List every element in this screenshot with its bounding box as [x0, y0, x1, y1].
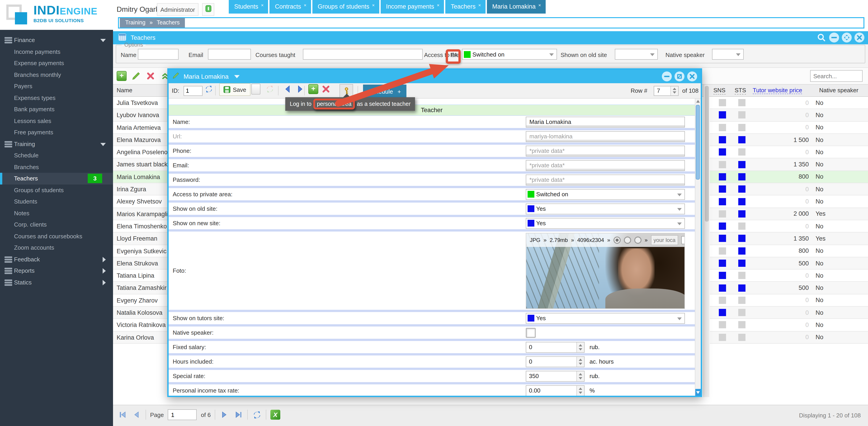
table-row-name[interactable]: Elena Mazurova: [113, 134, 168, 146]
dropdown-select[interactable]: Yes: [526, 313, 685, 324]
table-row-name[interactable]: Marios Karampagli: [113, 208, 168, 220]
table-row-name[interactable]: Tatiana Zamashkir: [113, 282, 168, 295]
row-number-stepper[interactable]: 7: [654, 86, 679, 96]
filter-email-input[interactable]: [208, 49, 251, 60]
schedule-add-icon[interactable]: +: [397, 88, 401, 95]
filter-oldsite-select[interactable]: [615, 49, 658, 60]
add-record-button[interactable]: +: [308, 83, 319, 95]
sidebar-item-branches[interactable]: Branches: [0, 161, 113, 173]
stepper-arrows[interactable]: [671, 86, 678, 95]
sidebar-item-groups-of-students[interactable]: Groups of students: [0, 184, 113, 196]
sidebar-item-payers[interactable]: Payers: [0, 81, 113, 92]
new-record-button[interactable]: [250, 83, 261, 95]
table-row-name[interactable]: Karina Orlova: [113, 331, 168, 344]
collapse-panel-icon[interactable]: [829, 33, 839, 42]
table-row-name[interactable]: Julia Tsvetkova: [113, 97, 168, 109]
scroll-up-arrow[interactable]: [696, 100, 700, 103]
text-input[interactable]: *private data*: [526, 174, 685, 185]
photo-checkbox[interactable]: [681, 236, 685, 244]
tab-contracts[interactable]: Contracts×: [270, 0, 311, 13]
column-header-sts[interactable]: STS: [735, 87, 746, 94]
logout-button[interactable]: [202, 3, 214, 16]
table-row-name[interactable]: Natalia Kolosova: [113, 307, 168, 319]
stepper-arrows[interactable]: [577, 342, 584, 352]
filter-native-select[interactable]: [712, 49, 744, 60]
column-header-sns[interactable]: SNS: [713, 87, 725, 94]
table-row[interactable]: 1 350Yes: [710, 233, 868, 245]
column-header-tutor-price[interactable]: Tutor website price: [753, 87, 802, 94]
close-panel-icon[interactable]: [855, 33, 864, 42]
tab-maria-lomakina[interactable]: Maria Lomakina×: [487, 0, 546, 13]
table-row-name[interactable]: Lloyd Freeman: [113, 233, 168, 245]
photo-radio-selected[interactable]: [614, 236, 621, 244]
table-row[interactable]: 2 000Yes: [710, 208, 868, 220]
table-row[interactable]: 500No: [710, 257, 868, 270]
column-header-name[interactable]: Name: [117, 87, 132, 94]
scroll-down-arrow[interactable]: [695, 389, 701, 396]
sidebar-item-courses-and-coursebooks[interactable]: Courses and coursebooks: [0, 231, 113, 242]
close-modal-icon[interactable]: [687, 71, 697, 82]
add-row-button[interactable]: +: [117, 71, 127, 81]
down-arrow-icon[interactable]: [579, 391, 582, 394]
number-stepper[interactable]: 0: [526, 342, 585, 353]
filter-access-select[interactable]: Switched on: [462, 49, 557, 60]
sidebar-item-notes[interactable]: Notes: [0, 207, 113, 219]
photo-file-input[interactable]: [651, 235, 678, 245]
last-page-button[interactable]: [233, 409, 243, 420]
table-row-name[interactable]: Elena Strukova: [113, 257, 168, 270]
checkbox[interactable]: [526, 328, 536, 338]
table-row-name[interactable]: Maria Lomakina: [113, 171, 168, 183]
column-header-native-speaker[interactable]: Native speaker: [819, 87, 858, 94]
table-row[interactable]: 800No: [710, 171, 868, 183]
page-number-input[interactable]: [168, 409, 197, 420]
prev-record-button[interactable]: [283, 83, 293, 95]
table-row[interactable]: 0No: [710, 270, 868, 282]
table-row[interactable]: 0No: [710, 220, 868, 233]
table-row[interactable]: 0No: [710, 319, 868, 332]
table-row[interactable]: 0No: [710, 331, 868, 344]
table-row[interactable]: 0No: [710, 295, 868, 307]
tab-close-icon[interactable]: ×: [261, 3, 264, 8]
table-row[interactable]: 0No: [710, 307, 868, 319]
tab-close-icon[interactable]: ×: [437, 3, 440, 8]
delete-row-button[interactable]: [146, 71, 156, 81]
table-row[interactable]: 500No: [710, 282, 868, 295]
sidebar-item-feedback[interactable]: Feedback: [0, 253, 113, 265]
sidebar-item-expenses-types[interactable]: Expenses types: [0, 92, 113, 103]
table-row-name[interactable]: Alexey Shvetsov: [113, 195, 168, 208]
dropdown-select[interactable]: Yes: [526, 218, 685, 229]
text-input[interactable]: Maria Lomakina: [526, 117, 685, 127]
table-row-name[interactable]: Evgeniya Sutkevic: [113, 245, 168, 257]
sidebar-item-bank-payments[interactable]: Bank payments: [0, 103, 113, 115]
up-arrow-icon[interactable]: [579, 358, 582, 361]
sidebar-item-finance[interactable]: Finance: [0, 34, 113, 46]
table-row-name[interactable]: Tatiana Lipina: [113, 270, 168, 282]
text-input[interactable]: *private data*: [526, 145, 685, 156]
delete-record-button[interactable]: [320, 83, 331, 95]
up-arrow-icon[interactable]: [579, 373, 582, 375]
table-row[interactable]: 0No: [710, 146, 868, 158]
table-row-name[interactable]: Evgeny Zharov: [113, 295, 168, 307]
sidebar-item-free-payments[interactable]: Free payments: [0, 127, 113, 138]
export-excel-button[interactable]: X: [270, 409, 280, 420]
number-stepper[interactable]: 350: [526, 371, 585, 382]
table-row[interactable]: 0No: [710, 109, 868, 122]
edit-row-button[interactable]: [131, 71, 141, 81]
sidebar-item-lessons-sales[interactable]: Lessons sales: [0, 115, 113, 127]
refresh-grid-button[interactable]: [252, 409, 262, 420]
breadcrumb[interactable]: Training » Teachers: [120, 18, 185, 28]
number-stepper[interactable]: 0.00: [526, 385, 585, 396]
table-row[interactable]: 0No: [710, 183, 868, 195]
down-arrow-icon[interactable]: [579, 377, 582, 379]
tab-close-icon[interactable]: ×: [372, 3, 375, 8]
sidebar-item-statics[interactable]: Statics: [0, 277, 113, 288]
table-row[interactable]: 0No: [710, 121, 868, 134]
sidebar-item-training[interactable]: Training: [0, 138, 113, 150]
sidebar-item-corp-clients[interactable]: Corp. clients: [0, 219, 113, 231]
stepper-arrows[interactable]: [577, 371, 584, 381]
text-input[interactable]: mariya-lomakina: [526, 131, 685, 142]
sidebar-item-students[interactable]: Students: [0, 196, 113, 207]
tab-close-icon[interactable]: ×: [304, 3, 307, 8]
modal-header[interactable]: Maria Lomakina: [168, 70, 701, 83]
save-button[interactable]: Save: [219, 83, 250, 96]
